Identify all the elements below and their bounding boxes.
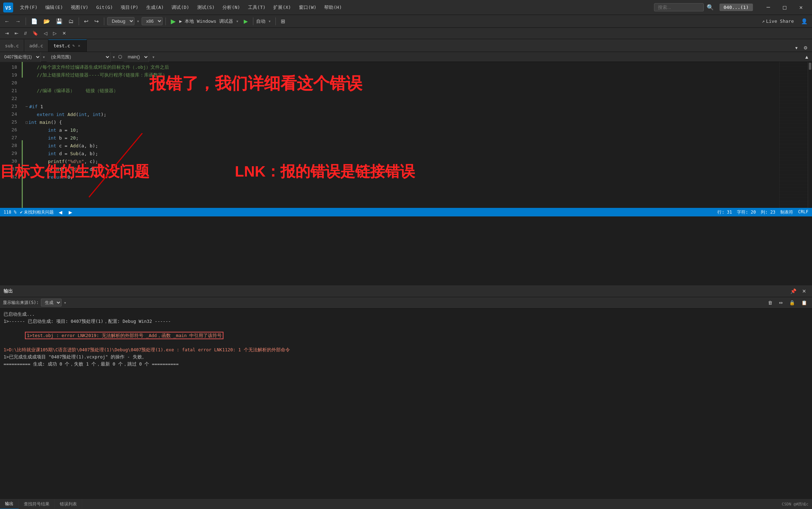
indent-32 [26, 174, 48, 180]
back-button[interactable]: ← [2, 17, 12, 25]
outdent-button[interactable]: ⇤ [12, 30, 21, 37]
menu-view[interactable]: 视图(V) [67, 3, 92, 12]
nav-up-button[interactable]: ▲ [801, 53, 812, 61]
menu-build[interactable]: 生成(A) [143, 3, 167, 12]
maximize-button[interactable]: □ [776, 0, 793, 15]
code-text-25-space [37, 120, 40, 125]
menu-test[interactable]: 测试(S) [194, 3, 218, 12]
tab-test-c-close[interactable]: ✕ [77, 43, 81, 49]
indent-button[interactable]: ⇥ [3, 30, 11, 37]
code-text-25-main: main [39, 120, 51, 125]
scroll-right-btn[interactable]: ▶ [67, 210, 74, 215]
lock-output-button[interactable]: 🔒 [787, 299, 797, 306]
code-line-19: //加上链接库经过链接器----可执行程序(链接库：库函数等） [26, 71, 779, 79]
code-28-c: c = [56, 143, 70, 148]
menu-git[interactable]: Git(G) [93, 3, 116, 11]
output-tab-error-list[interactable]: 错误列表 [55, 499, 82, 509]
func-icon-area: ⬡ main() ▾ [118, 52, 156, 62]
code-30-open: ( [65, 159, 68, 164]
minimize-button[interactable]: ─ [760, 0, 776, 15]
new-file-button[interactable]: 📄 [29, 17, 40, 26]
modified-indicator: ✎ [72, 43, 75, 48]
save-all-button[interactable]: 🗂 [66, 17, 76, 25]
tab-sub-c[interactable]: sub.c [0, 40, 24, 52]
code-text-24-indent [26, 112, 37, 117]
output-tab-output[interactable]: 输出 [0, 499, 19, 509]
tab-list-button[interactable]: ▾ [793, 44, 800, 52]
redo-button[interactable]: ↪ [92, 17, 101, 26]
output-tab-find-symbol[interactable]: 查找符号结果 [19, 499, 55, 509]
fold-25[interactable]: □ [26, 120, 28, 124]
menu-file[interactable]: 文件(F) [16, 3, 41, 12]
user-icon[interactable]: 👤 [799, 17, 810, 26]
run-dropdown-icon[interactable]: ▾ [234, 19, 240, 24]
toolbar-secondary: ⇥ ⇤ // 🔖 ◁ ▷ ✕ [0, 28, 812, 39]
arch-select[interactable]: x86 [142, 17, 163, 25]
code-31-open: ( [65, 167, 68, 172]
panel-close-button[interactable]: ✕ [800, 288, 808, 295]
code-29-int: int [48, 151, 56, 156]
open-button[interactable]: 📂 [41, 17, 52, 26]
comment-button[interactable]: // [22, 30, 29, 37]
code-text-25-paren: () { [51, 120, 62, 125]
output-source-select[interactable]: 生成 [41, 299, 62, 306]
live-share-label: Live Share [766, 19, 794, 24]
save-button[interactable]: 💾 [54, 17, 65, 26]
code-line-32: return 0; [26, 173, 779, 181]
bookmark-button[interactable]: 🔖 [30, 30, 40, 37]
bookmark-clear[interactable]: ✕ [60, 30, 68, 37]
copy-output-button[interactable]: 📋 [799, 299, 809, 306]
editor-scrollbar[interactable] [808, 62, 812, 208]
debug-config-select[interactable]: Debug [107, 17, 135, 25]
context-dropdown-icon: ▾ [111, 54, 116, 60]
scroll-thumb[interactable] [809, 63, 811, 70]
code-29-d: d = [56, 151, 70, 156]
tab-settings-button[interactable]: ⚙ [801, 44, 810, 52]
search-input[interactable] [654, 3, 704, 11]
bookmark-next[interactable]: ▷ [51, 30, 59, 37]
line-num-20: 20 [0, 79, 17, 87]
auto-dropdown-icon[interactable]: ▾ [267, 19, 273, 24]
menu-analyze[interactable]: 分析(N) [219, 3, 243, 12]
panel-pin-button[interactable]: 📌 [788, 288, 798, 295]
forward-button[interactable]: → [13, 17, 23, 25]
context-select[interactable]: (全局范围) [47, 52, 111, 62]
menu-debug[interactable]: 调试(D) [168, 3, 193, 12]
run-button[interactable]: ▶ [169, 17, 178, 26]
code-editor[interactable]: 18 19 20 21 22 23 24 25 26 27 28 29 30 3… [0, 62, 812, 208]
menu-help[interactable]: 帮助(H) [321, 3, 345, 12]
output-content: 已启动生成... 1>------ 已启动生成: 项目: 0407预处理(1)，… [0, 309, 812, 499]
code-text-24-int2: int [93, 112, 101, 117]
code-text-25-int: int [28, 120, 37, 125]
line-num-22: 22 [0, 95, 17, 103]
menu-project[interactable]: 项目(P) [117, 3, 142, 12]
live-share-button[interactable]: ↗ Live Share [758, 17, 797, 25]
menu-extensions[interactable]: 扩展(X) [270, 3, 294, 12]
scope-dropdown-icon: ▾ [41, 54, 47, 60]
scroll-left-btn[interactable]: ◀ [57, 210, 64, 215]
tab-test-c[interactable]: test.c ✎ ✕ [48, 40, 86, 52]
tab-add-c[interactable]: add.c [24, 40, 48, 52]
code-line-26: int a = 10 ; [26, 126, 779, 134]
undo-button[interactable]: ↩ [82, 17, 91, 26]
code-content[interactable]: //每个源文件经过编译器生成对应的目标文件（.obj）文件之后 //加上链接库经… [23, 62, 779, 208]
line-num-23: 23 [0, 103, 17, 110]
toolbar-sep-5 [253, 17, 253, 25]
func-select[interactable]: main() [123, 52, 149, 62]
bookmark-prev[interactable]: ◁ [42, 30, 49, 37]
wrap-output-button[interactable]: ⇔ [777, 299, 785, 306]
menu-window[interactable]: 窗口(W) [295, 3, 320, 12]
layout-button[interactable]: ⊞ [279, 17, 288, 26]
code-30-args: , c); [84, 159, 98, 164]
editor-tabs: sub.c add.c test.c ✎ ✕ ▾ ⚙ [0, 39, 812, 52]
search-icon[interactable]: 🔍 [705, 4, 716, 11]
close-button[interactable]: ✕ [793, 0, 809, 15]
restart-button[interactable]: ▶ [242, 17, 250, 26]
menu-edit[interactable]: 编辑(E) [42, 3, 66, 12]
indent-29 [26, 151, 48, 156]
svg-text:VS: VS [5, 5, 11, 11]
fold-23[interactable]: ─ [26, 105, 28, 109]
clear-output-button[interactable]: 🗑 [766, 299, 775, 306]
scope-select[interactable]: 0407预处理(1) [0, 52, 41, 62]
menu-tools[interactable]: 工具(T) [244, 3, 269, 12]
